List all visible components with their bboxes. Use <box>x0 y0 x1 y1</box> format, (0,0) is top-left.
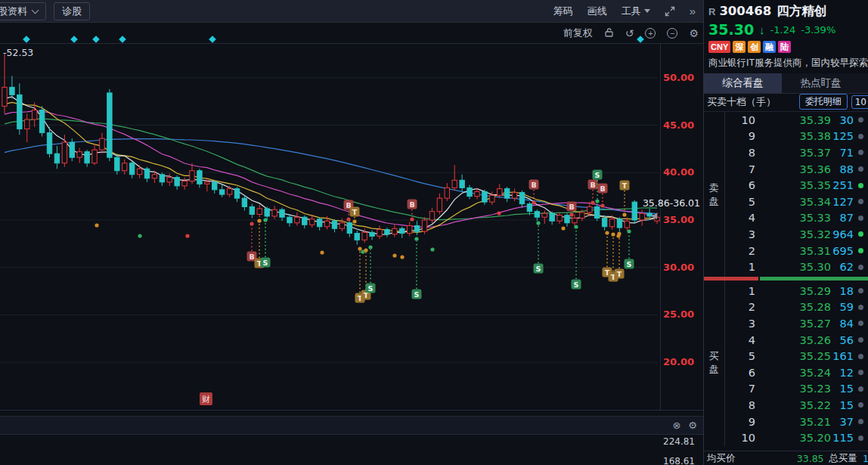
avg-price-value: 33.85 <box>797 453 824 464</box>
undo-icon[interactable]: ↺ <box>625 28 634 39</box>
trade-marker-T: T <box>620 181 630 191</box>
pane-settings-icon[interactable]: ⚙ <box>688 420 697 431</box>
tab-overview[interactable]: 综合看盘 <box>704 73 782 93</box>
trade-marker-B: B <box>588 180 598 190</box>
level-price: 35.21 <box>755 416 831 428</box>
zoom-in-icon[interactable]: + <box>645 28 656 39</box>
buy-rows: 135.2918235.2859335.2784435.2656535.2516… <box>704 283 868 446</box>
level-dot-icon <box>858 402 863 408</box>
marker-anchor-dot <box>346 217 350 221</box>
kline-chart[interactable]: BTSBTTTSBSBSBSBSBTTTTS-52.53财 <box>0 0 703 411</box>
level-dot-icon <box>858 321 863 326</box>
level-dot-icon <box>858 265 863 270</box>
marker-anchor-dot <box>352 219 356 223</box>
draw-menu-item[interactable]: 画线 <box>587 5 607 18</box>
order-detail-button[interactable]: 委托明细 <box>799 94 848 110</box>
level-price: 35.32 <box>755 228 831 240</box>
trade-dot <box>138 234 141 237</box>
order-book-row[interactable]: 535.25161 <box>704 348 868 364</box>
level-price: 35.35 <box>755 179 831 191</box>
lock-icon[interactable] <box>604 27 614 39</box>
price-change-pct: -3.39% <box>801 24 835 36</box>
level-index: 2 <box>725 301 755 313</box>
stock-info-tab[interactable]: 股资料 <box>0 2 46 20</box>
svg-text:B: B <box>569 203 574 211</box>
level-dot-icon <box>858 117 863 122</box>
svg-text:T: T <box>617 270 622 278</box>
order-book-row[interactable]: 1035.20115 <box>704 429 868 446</box>
level-price: 35.36 <box>755 163 831 175</box>
order-book-row[interactable]: 135.2918 <box>704 283 868 299</box>
marker-anchor-dot <box>591 200 594 204</box>
level-price: 35.29 <box>755 285 831 297</box>
order-book-row[interactable]: 835.3771 <box>704 144 868 161</box>
svg-text:S: S <box>574 281 579 289</box>
high-price-label: -52.53 <box>3 47 33 58</box>
level-dot-icon <box>858 134 863 139</box>
level-dot-icon <box>858 305 863 310</box>
level-dot-icon <box>858 419 863 424</box>
order-book-row[interactable]: 935.38125 <box>704 129 868 145</box>
level-volume: 88 <box>831 163 854 175</box>
order-book-row[interactable]: 935.2137 <box>704 414 868 430</box>
level-index: 1 <box>725 261 755 273</box>
trade-dot <box>185 234 189 237</box>
level-index: 8 <box>725 147 755 159</box>
level-price: 35.30 <box>755 261 831 273</box>
price-tick-label: 50.00 <box>663 72 702 83</box>
order-book-row[interactable]: 535.34127 <box>704 194 868 210</box>
order-book-row[interactable]: 435.3387 <box>704 210 868 227</box>
marker-anchor-dot <box>410 217 414 221</box>
tools-menu-item[interactable]: 工具 <box>622 5 650 18</box>
close-pane-icon[interactable]: ⊗ <box>672 420 680 431</box>
total-volume-value: 1 <box>863 453 868 464</box>
order-book-row[interactable]: 335.2784 <box>704 315 868 332</box>
level-index: 5 <box>725 196 755 208</box>
order-book-row[interactable]: 135.3062 <box>704 259 868 275</box>
news-icon[interactable]: 财 <box>200 392 212 405</box>
chip-range-label: 35.86-36.01 <box>640 197 700 209</box>
caret-down-icon <box>644 9 650 13</box>
zoom-out-icon[interactable]: − <box>667 28 677 39</box>
level-price: 35.27 <box>755 318 831 330</box>
order-book-row[interactable]: 635.35251 <box>704 177 868 194</box>
level-dot-icon <box>858 150 863 155</box>
level-dot-icon <box>858 248 863 253</box>
total-volume-label: 总买量 <box>829 452 858 465</box>
stock-tag: 深 <box>733 41 746 53</box>
level-index: 10 <box>725 114 755 126</box>
stock-tag: 融 <box>763 41 776 53</box>
more-menu-icon[interactable]: » <box>690 5 696 17</box>
order-book-row[interactable]: 1035.3930 <box>704 112 868 129</box>
order-book-header: 买卖十档（手） 委托明细 10 <box>704 92 868 112</box>
chips-menu-item[interactable]: 筹码 <box>553 5 573 18</box>
order-book-row[interactable]: 835.2215 <box>704 397 868 414</box>
level-price: 35.23 <box>755 383 831 395</box>
level-dot-icon <box>858 183 863 188</box>
fullscreen-icon[interactable] <box>665 6 675 17</box>
marker-anchor-dot <box>532 200 535 204</box>
order-book-row[interactable]: 235.2859 <box>704 299 868 316</box>
candles <box>2 54 659 245</box>
svg-text:S: S <box>536 265 541 273</box>
level-index: 2 <box>725 245 755 257</box>
level-volume: 15 <box>831 399 854 411</box>
order-book-row[interactable]: 735.3688 <box>704 161 868 178</box>
trade-marker-T: T <box>350 207 360 217</box>
marker-anchor-dot <box>627 229 631 233</box>
order-book-row[interactable]: 235.31695 <box>704 243 868 259</box>
tab-hotspot[interactable]: 热点盯盘 <box>782 73 860 93</box>
trade-dot <box>392 253 396 257</box>
level-dot-icon <box>858 386 863 392</box>
adjust-mode-label[interactable]: 前复权 <box>563 26 593 40</box>
order-book-row[interactable]: 635.2412 <box>704 364 868 381</box>
levels-button[interactable]: 10 <box>851 95 868 109</box>
order-book-row[interactable]: 735.2315 <box>704 381 868 398</box>
trade-dot <box>430 247 434 251</box>
order-book-row[interactable]: 335.32964 <box>704 226 868 243</box>
level-volume: 71 <box>831 147 854 159</box>
order-book-row[interactable]: 435.2656 <box>704 332 868 349</box>
chart-settings-icon[interactable]: ⚙ <box>689 28 699 39</box>
diagnose-tab[interactable]: 诊股 <box>54 2 90 20</box>
svg-text:财: 财 <box>202 395 210 404</box>
